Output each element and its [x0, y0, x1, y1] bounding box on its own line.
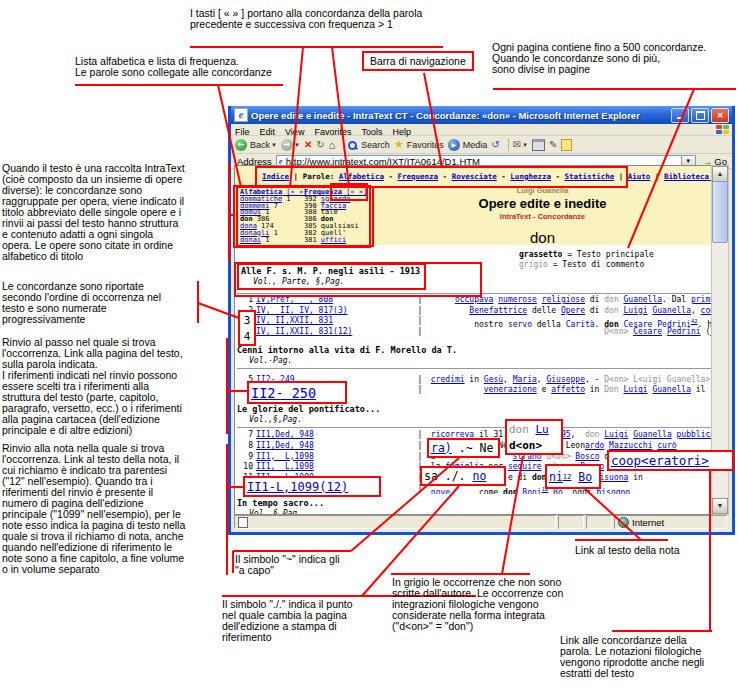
link[interactable]: Pedrini [657, 320, 691, 327]
link[interactable]: Luigi [624, 385, 648, 394]
link[interactable]: Maria [513, 375, 537, 384]
menu-view[interactable]: View [285, 127, 304, 137]
note-reference-link[interactable]: II1-L,1099(12) [247, 480, 348, 494]
edit-button[interactable]: ✎ [549, 139, 557, 150]
link[interactable]: no [472, 469, 486, 483]
favorites-button[interactable]: ★ Favorites [394, 138, 444, 151]
link[interactable]: Luigi [604, 430, 628, 439]
scroll-up-icon[interactable]: ▲ [712, 166, 728, 182]
text-segment: , [595, 320, 605, 327]
link[interactable]: ni [549, 470, 563, 484]
document-icon [238, 517, 248, 528]
menu-help[interactable]: Help [392, 127, 411, 137]
word-concordance-link[interactable]: coop<eratori> [611, 453, 709, 468]
link[interactable]: Gesù [484, 375, 503, 384]
link[interactable]: nove [431, 487, 450, 494]
link[interactable]: 12 [563, 473, 571, 481]
mail-button[interactable]: ✉▼ [513, 139, 528, 150]
link[interactable]: ardo [585, 441, 604, 450]
messenger-button[interactable] [561, 139, 572, 151]
concordance-text: credimi in Gesù, Maria, Giuseppe, - D<on… [426, 375, 712, 386]
minimize-button[interactable] [671, 108, 689, 123]
text-segment: don [604, 306, 618, 315]
stop-button[interactable]: ✕ [304, 139, 312, 150]
link[interactable]: seguire [508, 462, 542, 471]
back-button[interactable]: ← Back ▼ [235, 139, 277, 151]
history-button[interactable]: ↺ [491, 139, 499, 150]
concordance-row: 3IV, II,XXII, 831| nostro servo della Ca… [237, 316, 712, 327]
home-button[interactable]: ⌂ [329, 139, 336, 151]
link[interactable]: Bosco [575, 452, 599, 461]
maximize-button[interactable] [691, 108, 709, 123]
column-divider: | [414, 385, 426, 396]
forward-icon: → [281, 139, 293, 151]
passage-reference-link[interactable]: II1, L,1098 [256, 452, 414, 463]
link[interactable]: Guanella [652, 306, 691, 315]
text-segment: don [604, 320, 618, 327]
link[interactable]: Cesare [633, 327, 662, 336]
link[interactable]: primo [691, 295, 712, 304]
link[interactable]: Giuseppe [546, 375, 585, 384]
menu-tools[interactable]: Tools [361, 127, 382, 137]
close-icon: ✕ [717, 111, 724, 120]
separator-line [237, 427, 712, 428]
link[interactable]: Aiuto [628, 172, 651, 181]
reference-link[interactable]: II2- 250 [251, 385, 316, 401]
link[interactable]: venerazione [484, 385, 537, 394]
scrollbar-thumb[interactable] [712, 181, 728, 243]
link[interactable]: pubblicò [677, 430, 712, 439]
legend-row: grassetto = Testo principale [519, 250, 654, 260]
refresh-button[interactable]: ↻ [316, 139, 324, 150]
passage-reference-link[interactable]: II1,Ded, 948 [256, 430, 414, 441]
favorites-icon: ★ [394, 138, 404, 151]
link[interactable]: ra) [431, 441, 452, 455]
link[interactable]: curò [657, 441, 676, 450]
link[interactable]: Opere [561, 306, 585, 315]
text-segment: , [503, 375, 513, 384]
link[interactable]: servo [508, 320, 532, 327]
link[interactable]: Guanella [624, 295, 663, 304]
passage-reference-link[interactable]: II1, L,1098 [256, 462, 414, 473]
link[interactable]: religiose [542, 295, 585, 304]
link[interactable]: credimi [431, 375, 465, 384]
annotation-word-link: Link alle concordanze della parola. Le n… [560, 635, 704, 679]
passage-reference-link[interactable]: II1,Ded, 948 [256, 441, 414, 452]
link[interactable]: bisogno [596, 487, 630, 494]
media-button[interactable]: ▶ Media [448, 139, 488, 151]
print-button[interactable] [532, 139, 545, 151]
forward-button[interactable]: → ▼ [281, 139, 300, 151]
link[interactable]: numerose [498, 295, 537, 304]
menu-file[interactable]: File [235, 127, 250, 137]
link[interactable]: Guanella [633, 430, 672, 439]
link[interactable]: Bo [578, 470, 592, 484]
menu-favorites[interactable]: Favorites [314, 127, 351, 137]
text-segment [571, 470, 578, 484]
link[interactable]: affetto [551, 385, 585, 394]
concordance-word: don [370, 229, 713, 246]
link[interactable]: 42 [691, 318, 698, 324]
close-button[interactable]: ✕ [711, 108, 729, 123]
magnifier-text-reference: II2- 250 [247, 381, 347, 404]
toolbar-separator [343, 138, 344, 151]
link[interactable]: Lu [536, 423, 549, 436]
minimize-icon [677, 117, 683, 119]
scroll-down-icon[interactable]: ▼ [712, 498, 728, 514]
link[interactable]: Benefattrice [469, 306, 527, 315]
mail-dropdown-icon[interactable]: ▼ [522, 142, 528, 148]
link[interactable]: Boni [522, 487, 541, 494]
search-button[interactable]: Search [348, 140, 390, 150]
passage-reference-link[interactable]: IV, II, IV, 817(3) [256, 306, 414, 317]
link[interactable]: Carità [566, 320, 595, 327]
text-segment: in [628, 473, 642, 482]
link[interactable]: Guanella [652, 385, 691, 394]
link[interactable]: Pedrini [667, 327, 701, 336]
passage-reference-link[interactable]: IV, II,XXII, 831(12) [256, 327, 414, 338]
link[interactable]: Mazzucchi [609, 441, 652, 450]
back-dropdown-icon[interactable]: ▼ [271, 142, 277, 148]
forward-dropdown-icon[interactable]: ▼ [294, 142, 300, 148]
menu-edit[interactable]: Edit [260, 127, 276, 137]
link[interactable]: Cesare [624, 320, 653, 327]
passage-reference-link[interactable]: IV, II,XXII, 831 [256, 316, 414, 327]
link[interactable]: Luigi [624, 306, 648, 315]
link[interactable]: Biblioteca IntraText [664, 172, 713, 181]
